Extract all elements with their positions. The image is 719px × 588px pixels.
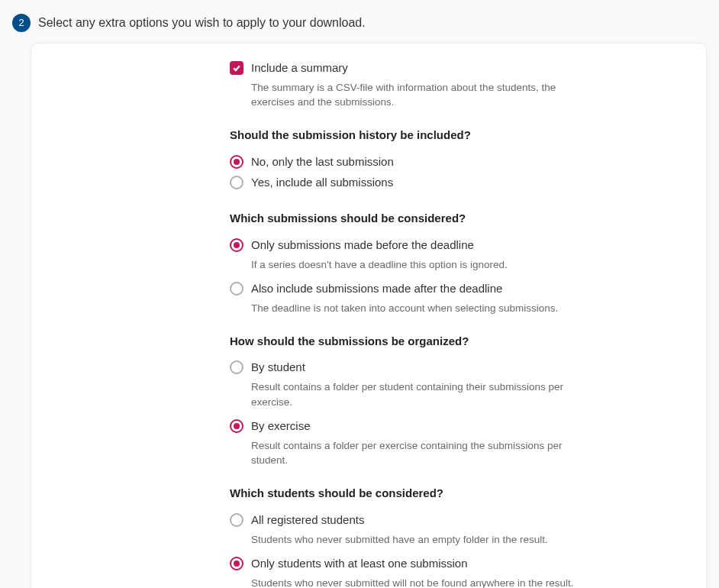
organized-by-student-block: By student Result contains a folder per … bbox=[230, 357, 688, 409]
step-title: Select any extra options you wish to app… bbox=[38, 14, 366, 31]
step-header: 2 Select any extra options you wish to a… bbox=[12, 14, 707, 32]
organized-heading: How should the submissions be organized? bbox=[230, 333, 688, 350]
history-heading: Should the submission history be include… bbox=[230, 127, 688, 144]
considered-before-desc: If a series doesn't have a deadline this… bbox=[251, 257, 579, 273]
considered-before-label: Only submissions made before the deadlin… bbox=[251, 237, 474, 254]
include-summary-block: Include a summary The summary is a CSV-f… bbox=[230, 57, 688, 110]
history-last-only-label: No, only the last submission bbox=[251, 153, 394, 170]
considered-heading: Which submissions should be considered? bbox=[230, 210, 688, 227]
students-at-least-one-radio[interactable]: Only students with at least one submissi… bbox=[230, 553, 688, 574]
organized-by-exercise-radio[interactable]: By exercise bbox=[230, 415, 688, 437]
checkbox-checked-icon bbox=[230, 61, 243, 75]
organized-by-exercise-label: By exercise bbox=[251, 418, 311, 435]
include-summary-checkbox[interactable]: Include a summary bbox=[230, 57, 688, 79]
organized-by-student-radio[interactable]: By student bbox=[230, 357, 688, 378]
radio-unselected-icon bbox=[230, 360, 243, 374]
students-at-least-one-desc: Students who never submitted will not be… bbox=[251, 576, 579, 588]
considered-after-radio[interactable]: Also include submissions made after the … bbox=[230, 278, 688, 299]
students-all-block: All registered students Students who nev… bbox=[230, 509, 688, 547]
history-last-only-radio[interactable]: No, only the last submission bbox=[230, 151, 688, 173]
history-all-radio[interactable]: Yes, include all submissions bbox=[230, 172, 688, 193]
students-all-label: All registered students bbox=[251, 512, 364, 528]
options-card: Include a summary The summary is a CSV-f… bbox=[31, 43, 707, 588]
organized-by-exercise-desc: Result contains a folder per exercise co… bbox=[251, 438, 579, 468]
students-at-least-one-block: Only students with at least one submissi… bbox=[230, 553, 688, 588]
considered-after-block: Also include submissions made after the … bbox=[230, 278, 688, 315]
step-number: 2 bbox=[18, 16, 24, 31]
radio-selected-icon bbox=[230, 419, 243, 433]
include-summary-label: Include a summary bbox=[251, 60, 348, 76]
students-at-least-one-label: Only students with at least one submissi… bbox=[251, 555, 467, 572]
students-all-desc: Students who never submitted have an emp… bbox=[251, 532, 579, 548]
organized-by-exercise-block: By exercise Result contains a folder per… bbox=[230, 415, 688, 468]
considered-before-radio[interactable]: Only submissions made before the deadlin… bbox=[230, 234, 688, 256]
considered-before-block: Only submissions made before the deadlin… bbox=[230, 234, 688, 272]
radio-selected-icon bbox=[230, 557, 243, 570]
radio-selected-icon bbox=[230, 238, 243, 252]
history-all-label: Yes, include all submissions bbox=[251, 174, 393, 191]
radio-unselected-icon bbox=[230, 513, 243, 527]
card-body: Include a summary The summary is a CSV-f… bbox=[31, 44, 706, 588]
considered-after-desc: The deadline is not taken into account w… bbox=[251, 301, 579, 316]
radio-unselected-icon bbox=[230, 176, 243, 189]
students-heading: Which students should be considered? bbox=[230, 485, 688, 502]
considered-after-label: Also include submissions made after the … bbox=[251, 280, 502, 297]
step-badge: 2 bbox=[12, 14, 31, 32]
radio-unselected-icon bbox=[230, 282, 243, 296]
students-all-radio[interactable]: All registered students bbox=[230, 509, 688, 531]
organized-by-student-desc: Result contains a folder per student con… bbox=[251, 380, 579, 409]
organized-by-student-label: By student bbox=[251, 359, 305, 376]
include-summary-desc: The summary is a CSV-file with informati… bbox=[251, 80, 579, 110]
radio-selected-icon bbox=[230, 155, 243, 169]
